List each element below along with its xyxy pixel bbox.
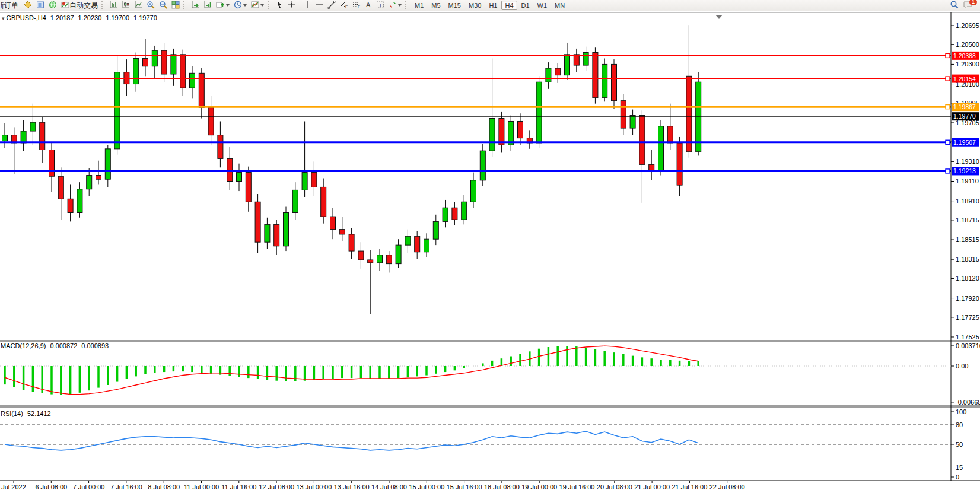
svg-text:7 Jul 16:00: 7 Jul 16:00 [110, 484, 142, 491]
timeframe-m5-button[interactable]: M5 [428, 1, 444, 10]
svg-text:1.18910: 1.18910 [956, 198, 979, 205]
text-button[interactable]: A [363, 1, 374, 10]
chart-canvas[interactable]: 1.206951.205001.203001.201001.199051.197… [0, 11, 980, 493]
new-order-label: 新订单 [0, 1, 18, 10]
timeframe-w1-button[interactable]: W1 [534, 1, 551, 10]
autotrading-button[interactable]: 自动交易 [59, 1, 100, 10]
bear-candle [96, 176, 101, 180]
svg-text:22 Jul 08:00: 22 Jul 08:00 [709, 484, 745, 491]
periods-button[interactable] [232, 1, 249, 10]
svg-text:1.20154: 1.20154 [953, 75, 976, 82]
timeframe-h4-button[interactable]: H4 [501, 1, 517, 10]
trendline-button[interactable] [326, 1, 338, 10]
date-axis[interactable]: Jul 20226 Jul 08:007 Jul 00:007 Jul 16:0… [0, 481, 980, 491]
strategy-tester-button[interactable] [47, 1, 59, 10]
bear-candle [218, 135, 223, 159]
svg-text:19 Jul 00:00: 19 Jul 00:00 [521, 484, 557, 491]
text-label-button[interactable]: T [374, 1, 386, 10]
new-chart-button[interactable] [214, 1, 231, 10]
svg-text:13 Jul 16:00: 13 Jul 16:00 [334, 484, 370, 491]
globe-icon [49, 1, 57, 11]
zoom-in-icon [147, 1, 155, 11]
search-button[interactable] [948, 1, 960, 10]
bull-candle [105, 149, 110, 179]
chart-shift-marker[interactable] [715, 15, 723, 19]
oneclick-arrow-icon[interactable]: ▾ [2, 15, 5, 21]
bear-candle [593, 53, 598, 98]
chart-candles-button[interactable] [120, 1, 132, 10]
indicators-button[interactable] [249, 1, 266, 10]
bull-candle [377, 255, 383, 263]
bull-candle [480, 151, 485, 180]
bear-candle [358, 251, 364, 260]
bull-candle [396, 245, 401, 263]
svg-text:1.17525: 1.17525 [956, 333, 979, 341]
chart-line-button[interactable] [132, 1, 144, 10]
cursor-arrow-icon [275, 1, 284, 11]
search-icon [950, 0, 959, 11]
vertical-line-button[interactable] [302, 1, 313, 10]
timeframe-h1-button[interactable]: H1 [485, 1, 501, 10]
bear-candle [649, 164, 654, 170]
clock-icon [234, 1, 242, 11]
symbol-ohlc-header: ▾GBPUSD-,H41.201871.202301.197001.19770 [2, 14, 161, 21]
bull-candle [696, 82, 701, 152]
timeframe-m15-button[interactable]: M15 [445, 1, 464, 10]
bear-candle [349, 234, 354, 251]
tile-windows-button[interactable] [170, 1, 182, 10]
macd-signal-value: 0.000893 [81, 342, 109, 349]
timeframe-d1-button[interactable]: D1 [518, 1, 533, 10]
timeframe-m1-button[interactable]: M1 [411, 1, 427, 10]
bear-candle [499, 119, 504, 145]
chevron-down-icon [226, 4, 230, 7]
chart-shift-icon [203, 1, 212, 11]
arrows-icon [389, 1, 397, 11]
rsi-pane: 1008050150 [0, 408, 966, 481]
new-order-button[interactable]: 新订单 [0, 1, 21, 10]
zoom-out-button[interactable] [157, 1, 169, 10]
svg-text:11 Jul 00:00: 11 Jul 00:00 [184, 484, 219, 491]
timeframe-m30-button[interactable]: M30 [465, 1, 485, 10]
svg-text:0: 0 [956, 473, 959, 481]
notifications-button[interactable]: 1 [961, 1, 974, 10]
ohlc-open: 1.20187 [50, 14, 74, 21]
cursor-button[interactable] [273, 1, 285, 10]
crosshair-button[interactable] [286, 1, 298, 10]
bull-candle [265, 224, 270, 242]
rsi-line [5, 431, 698, 450]
svg-text:-0.006657: -0.006657 [956, 399, 980, 406]
svg-text:100: 100 [956, 408, 966, 415]
horizontal-line-button[interactable] [313, 1, 325, 10]
chart-shift-button[interactable] [202, 1, 214, 10]
fibonacci-button[interactable]: F [351, 1, 362, 10]
bull-candle [237, 173, 242, 182]
metaeditor-button[interactable] [22, 1, 34, 10]
bull-candle [443, 208, 448, 221]
svg-text:12 Jul 08:00: 12 Jul 08:00 [259, 484, 294, 491]
bear-candle [68, 199, 73, 212]
bear-candle [621, 101, 626, 128]
svg-text:7 Jul 00:00: 7 Jul 00:00 [73, 484, 105, 491]
market-watch-button[interactable] [34, 1, 46, 10]
svg-text:0.003716: 0.003716 [956, 342, 980, 349]
bear-candle [677, 143, 682, 185]
bull-candle [405, 236, 411, 245]
svg-text:E: E [345, 5, 348, 9]
horizontal-level-lines[interactable] [0, 53, 951, 173]
bear-candle [246, 173, 251, 202]
bull-candle [87, 176, 92, 189]
chart-bars-button[interactable] [107, 1, 119, 10]
zoom-in-button[interactable] [145, 1, 157, 10]
channel-button[interactable]: E [338, 1, 350, 10]
bear-candle [330, 217, 336, 230]
chevron-down-icon [398, 4, 402, 7]
price-axis-ticks[interactable]: 1.206951.205001.203001.201001.199051.197… [951, 22, 979, 341]
line-chart-icon [134, 1, 142, 11]
bear-candle [143, 58, 148, 66]
timeframe-mn-button[interactable]: MN [551, 1, 568, 10]
bull-candle [284, 212, 289, 246]
bull-candle [565, 55, 570, 75]
svg-text:11 Jul 16:00: 11 Jul 16:00 [221, 484, 256, 491]
arrows-button[interactable] [387, 1, 403, 10]
auto-scroll-button[interactable] [189, 1, 201, 10]
